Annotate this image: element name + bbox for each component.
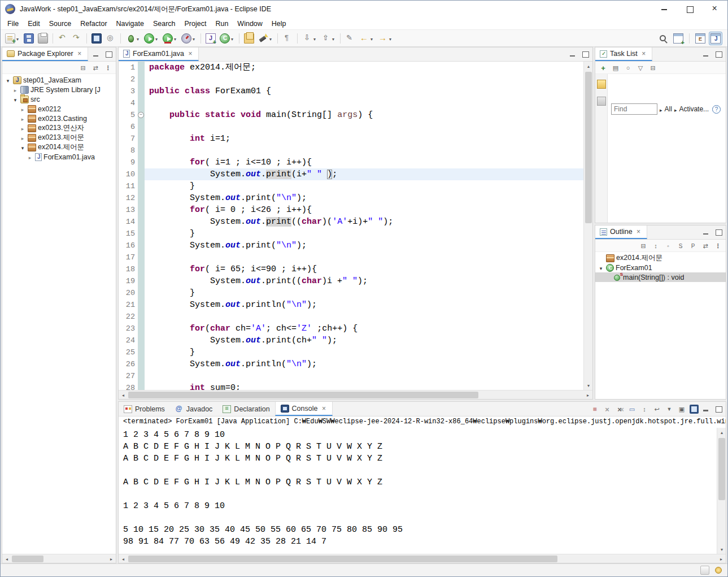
maximize-view-icon[interactable] bbox=[714, 405, 722, 413]
code-line[interactable]: 20 } bbox=[119, 287, 583, 299]
code-line[interactable]: 11 } bbox=[119, 180, 583, 192]
scroll-right-icon[interactable] bbox=[583, 391, 592, 400]
package-explorer-hscrollbar[interactable] bbox=[2, 554, 116, 563]
tab-javadoc[interactable]: Javadoc bbox=[170, 402, 218, 416]
twistie-icon[interactable] bbox=[19, 105, 26, 113]
code-line[interactable]: 14 System.out.print((char)('A'+i)+" "); bbox=[119, 216, 583, 228]
code-line[interactable]: 24 System.out.print(ch+" "); bbox=[119, 335, 583, 346]
twistie-icon[interactable] bbox=[19, 134, 26, 142]
code-line[interactable]: 10 System.out.print(i+" " ); bbox=[119, 168, 583, 180]
code-line[interactable]: 2 bbox=[119, 73, 583, 85]
tab-problems[interactable]: Problems bbox=[119, 402, 170, 416]
collapse-all-button[interactable] bbox=[639, 241, 648, 250]
link-with-editor-button[interactable] bbox=[701, 241, 710, 250]
redo-button[interactable] bbox=[70, 32, 84, 45]
javaee-perspective-button[interactable] bbox=[694, 32, 707, 45]
scheduled-button[interactable] bbox=[624, 63, 633, 72]
menu-navigate[interactable]: Navigate bbox=[112, 19, 149, 29]
code-line[interactable]: 16 System.out.print("\n"); bbox=[119, 240, 583, 251]
maximize-button[interactable] bbox=[677, 1, 702, 18]
code-line[interactable]: 25 } bbox=[119, 346, 583, 358]
menu-help[interactable]: Help bbox=[267, 19, 291, 29]
close-icon[interactable] bbox=[76, 50, 83, 58]
code-line[interactable]: 19 System.out.print((char)i +" "); bbox=[119, 275, 583, 287]
close-button[interactable] bbox=[702, 1, 727, 18]
terminate-button[interactable] bbox=[590, 405, 599, 414]
scrollbar-thumb[interactable] bbox=[718, 438, 725, 500]
scroll-left-icon[interactable] bbox=[119, 554, 128, 563]
code-line[interactable]: 28 int sum=0; bbox=[119, 382, 583, 390]
tree-item[interactable]: ex0213.연산자 bbox=[2, 123, 116, 133]
minimize-view-icon[interactable] bbox=[702, 50, 710, 58]
minimize-view-icon[interactable] bbox=[702, 405, 710, 413]
prev-annotation-button[interactable] bbox=[319, 32, 337, 45]
menu-file[interactable]: File bbox=[3, 19, 23, 29]
code-line[interactable]: 17 bbox=[119, 251, 583, 263]
open-perspective-button[interactable] bbox=[672, 32, 685, 45]
titlebar[interactable]: JavaWork - step01_JavaExam/src/ex2014/제어… bbox=[1, 1, 727, 18]
activate-link[interactable]: Activate... bbox=[679, 105, 709, 113]
task-working-set-icon[interactable] bbox=[597, 97, 606, 106]
maximize-view-icon[interactable] bbox=[581, 50, 589, 58]
tree-item[interactable]: ForExam01.java bbox=[2, 152, 116, 162]
code-line[interactable]: 7 int i=1; bbox=[119, 133, 583, 145]
twistie-icon[interactable] bbox=[12, 86, 19, 94]
collapse-all-button[interactable] bbox=[648, 63, 657, 72]
twistie-icon[interactable] bbox=[12, 96, 19, 103]
help-icon[interactable]: ? bbox=[712, 105, 721, 114]
minimize-button[interactable] bbox=[651, 1, 677, 18]
editor-tab-forexam01[interactable]: ForExam01.java bbox=[119, 47, 199, 61]
menu-run[interactable]: Run bbox=[211, 19, 233, 29]
tab-declaration[interactable]: Declaration bbox=[217, 402, 274, 416]
code-area[interactable]: 1package ex2014.제어문;23public class ForEx… bbox=[119, 62, 583, 390]
notifications-icon[interactable] bbox=[715, 567, 722, 574]
editor-vscrollbar[interactable] bbox=[583, 62, 592, 390]
trace-button[interactable] bbox=[104, 32, 117, 45]
code-line[interactable]: 3public class ForExam01 { bbox=[119, 85, 583, 97]
open-console-button[interactable] bbox=[90, 32, 103, 45]
categorized-button[interactable] bbox=[611, 63, 620, 72]
menu-edit[interactable]: Edit bbox=[23, 19, 45, 29]
tab-console[interactable]: Console bbox=[275, 402, 333, 416]
pin-console-button[interactable] bbox=[665, 405, 674, 414]
code-line[interactable]: 27 bbox=[119, 370, 583, 382]
menu-refactor[interactable]: Refactor bbox=[76, 19, 111, 29]
tree-item[interactable]: ex0213.제어문 bbox=[2, 133, 116, 142]
menu-project[interactable]: Project bbox=[180, 19, 211, 29]
task-list-tab[interactable]: Task List bbox=[595, 47, 652, 61]
back-button[interactable] bbox=[358, 32, 376, 45]
code-line[interactable]: 26 System.out.println("\n"); bbox=[119, 358, 583, 370]
hide-fields-button[interactable] bbox=[664, 241, 673, 250]
close-icon[interactable] bbox=[635, 228, 642, 236]
menu-source[interactable]: Source bbox=[45, 19, 76, 29]
code-line[interactable]: 13 for( i= 0 ; i<26 ; i++){ bbox=[119, 204, 583, 216]
scroll-lock-button[interactable] bbox=[640, 405, 649, 414]
close-icon[interactable] bbox=[640, 50, 647, 58]
console-output[interactable]: 1 2 3 4 5 6 7 8 9 10A B C D E F G H I J … bbox=[119, 428, 717, 554]
next-annotation-button[interactable] bbox=[300, 32, 319, 45]
menu-window[interactable]: Window bbox=[233, 19, 267, 29]
remove-all-launches-button[interactable] bbox=[615, 405, 624, 414]
new-task-button[interactable] bbox=[599, 63, 608, 72]
close-icon[interactable] bbox=[320, 405, 327, 413]
sort-button[interactable] bbox=[651, 241, 660, 250]
view-menu-button[interactable] bbox=[713, 241, 722, 250]
debug-button[interactable] bbox=[124, 32, 142, 45]
package-explorer-tab[interactable]: Package Explorer bbox=[2, 47, 88, 61]
outline-item[interactable]: ForExam01 bbox=[595, 263, 726, 272]
all-filter-link[interactable]: All bbox=[665, 105, 672, 113]
outline-item[interactable]: main(String[]) : void bbox=[595, 272, 726, 282]
print-button[interactable] bbox=[36, 32, 50, 45]
code-line[interactable]: 18 for( i= 65; i<=90 ; i++){ bbox=[119, 263, 583, 275]
code-line[interactable]: 8 bbox=[119, 145, 583, 157]
display-selected-console-button[interactable] bbox=[677, 405, 686, 414]
scroll-up-icon[interactable] bbox=[717, 428, 726, 437]
find-input[interactable] bbox=[611, 103, 657, 115]
code-line[interactable]: 15 } bbox=[119, 228, 583, 240]
scroll-right-icon[interactable] bbox=[107, 554, 116, 563]
tree-item[interactable]: ex2014.제어문 bbox=[2, 142, 116, 152]
tree-item[interactable]: ex0212 bbox=[2, 104, 116, 114]
code-line[interactable]: 5 public static void main(String[] args)… bbox=[119, 109, 583, 121]
undo-button[interactable] bbox=[56, 32, 69, 45]
hide-non-public-button[interactable] bbox=[688, 241, 698, 250]
